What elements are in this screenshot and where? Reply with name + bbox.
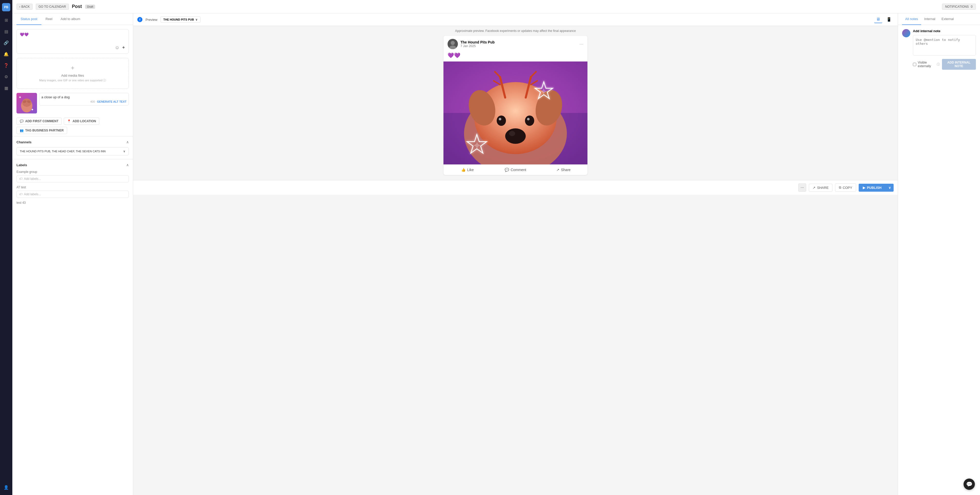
preview-bottom-bar: ··· ↗ SHARE ⧉ COPY ▶ PUBLISH ∨	[133, 180, 898, 195]
alt-text-content: a close up of a dog	[41, 95, 126, 99]
label-group-name-2: test 43	[16, 201, 129, 204]
post-text: 💜💜	[20, 32, 126, 43]
fb-more-options-icon[interactable]: ···	[579, 42, 583, 47]
svg-point-17	[505, 128, 526, 144]
link-icon[interactable]: 🔗	[2, 38, 11, 47]
tab-add-to-album[interactable]: Add to album	[57, 13, 84, 25]
bell-icon[interactable]: 🔔	[2, 50, 11, 59]
copy-button[interactable]: ⧉ COPY	[835, 184, 856, 192]
channel-dropdown[interactable]: THE HOUND PITS PUB, THE HEAD CHEF, THE S…	[16, 147, 129, 155]
notes-tabs: All notes Internal External	[898, 13, 980, 25]
logo[interactable]: PB	[2, 3, 10, 11]
svg-point-21	[499, 118, 501, 120]
post-editor[interactable]: 💜💜 ☺ ✦	[16, 29, 129, 54]
label-input-0[interactable]: 🏷 Add labels...	[16, 175, 129, 182]
labels-header[interactable]: Labels ∧	[16, 163, 129, 167]
tab-status-post[interactable]: Status post	[16, 13, 41, 25]
label-group-example: Example group 🏷 Add labels...	[16, 170, 129, 182]
preview-label: Preview	[145, 18, 158, 22]
preview-notice: Approximate preview. Facebook experiment…	[133, 26, 898, 36]
more-options-button[interactable]: ···	[798, 184, 806, 192]
info-icon: ⓘ	[103, 79, 106, 82]
copy-icon: ⧉	[839, 185, 841, 190]
notes-panel: All notes Internal External Add internal…	[898, 13, 980, 495]
tab-reel[interactable]: Reel	[41, 13, 57, 25]
post-action-buttons: 💬 ADD FIRST COMMENT 📍 ADD LOCATION 👥 TAG…	[16, 118, 129, 134]
svg-text:✦: ✦	[19, 95, 22, 99]
emoji-button[interactable]: ☺	[115, 45, 119, 50]
facebook-icon: f	[137, 17, 142, 22]
svg-text:✦: ✦	[31, 107, 34, 112]
settings-icon[interactable]: ⚙	[2, 72, 11, 81]
mobile-icon[interactable]: 📱	[885, 16, 894, 23]
svg-point-18	[509, 131, 515, 136]
image-alt-row: ✦ ✦ a close up of a dog 400 GENERATE ALT…	[16, 93, 129, 113]
add-internal-note-button[interactable]: ADD INTERNAL NOTE	[942, 59, 976, 70]
visible-externally-checkbox[interactable]	[913, 63, 916, 66]
sidebar-toggle-icon[interactable]: ▤	[2, 27, 11, 36]
tab-external-notes[interactable]: External	[939, 13, 957, 25]
svg-point-22	[527, 118, 530, 120]
fb-account-name: The Hound Pits Pub	[460, 40, 577, 44]
channels-section: Channels ∧ THE HOUND PITS PUB, THE HEAD …	[12, 136, 133, 159]
add-first-comment-button[interactable]: 💬 ADD FIRST COMMENT	[16, 118, 62, 125]
comment-bubble-icon: 💬	[505, 168, 509, 172]
publish-button[interactable]: ▶ PUBLISH ∨	[859, 184, 894, 192]
publish-arrow-icon: ▶	[863, 186, 865, 190]
fb-comment-button[interactable]: 💬 Comment	[492, 166, 539, 174]
label-tag-icon-0: 🏷	[19, 177, 22, 180]
partner-icon: 👥	[20, 129, 24, 132]
back-button[interactable]: ‹ BACK	[16, 3, 33, 10]
account-chevron-icon: ∨	[196, 18, 198, 21]
desktop-icon[interactable]: 🖥	[874, 16, 882, 23]
fb-post-date: 7 Jan 2025	[460, 44, 577, 48]
svg-point-20	[525, 115, 534, 126]
notifications-button[interactable]: NOTIFICATIONS 0	[942, 3, 976, 10]
alt-text-area: a close up of a dog 400 GENERATE ALT TEX…	[39, 93, 129, 105]
account-selector[interactable]: THE HOUND PITS PUB ∨	[161, 16, 200, 22]
char-count: 400	[90, 100, 95, 103]
channels-title: Channels	[16, 140, 32, 144]
svg-point-8	[451, 41, 455, 45]
tab-internal-notes[interactable]: Internal	[921, 13, 939, 25]
chat-bubble-button[interactable]: 💬	[964, 479, 975, 490]
grid2-icon[interactable]: ▦	[2, 83, 11, 93]
channels-header[interactable]: Channels ∧	[16, 140, 129, 144]
svg-text:✦: ✦	[472, 139, 482, 152]
tab-all-notes[interactable]: All notes	[902, 13, 921, 25]
svg-text:✦: ✦	[539, 86, 548, 97]
dropdown-chevron-icon: ∨	[123, 150, 126, 153]
note-textarea[interactable]	[913, 35, 976, 56]
topbar: ‹ BACK GO TO CALENDAR Post Draft NOTIFIC…	[12, 0, 980, 13]
help-icon[interactable]: ❓	[2, 61, 11, 70]
tag-business-partner-button[interactable]: 👥 TAG BUSINESS PARTNER	[16, 127, 67, 134]
fb-post-header: The Hound Pits Pub 7 Jan 2025 ···	[444, 36, 587, 52]
fb-like-button[interactable]: 👍 Like	[444, 166, 492, 174]
generate-alt-button[interactable]: GENERATE ALT TEXT	[97, 100, 126, 103]
visible-info-icon: ⓘ	[937, 62, 940, 67]
add-note-row: Add internal note Visible externally ⓘ A…	[902, 29, 976, 70]
fb-post-actions: 👍 Like 💬 Comment ↗ Share	[444, 164, 587, 175]
publish-caret-icon[interactable]: ∨	[886, 184, 894, 192]
label-group-name-1: AT test	[16, 185, 129, 189]
visible-externally-option[interactable]: Visible externally ⓘ	[913, 61, 940, 68]
thumbs-up-icon: 👍	[461, 168, 466, 172]
grid-icon[interactable]: ⊞	[2, 16, 11, 25]
chat-icon: 💬	[966, 481, 972, 487]
calendar-button[interactable]: GO TO CALENDAR	[36, 3, 69, 10]
media-upload-area[interactable]: + Add media files Many images, one GIF o…	[16, 58, 129, 89]
note-user-avatar	[902, 29, 910, 37]
label-input-1[interactable]: 🏷 Add labels...	[16, 191, 129, 198]
notes-content: Add internal note Visible externally ⓘ A…	[898, 25, 980, 495]
fb-share-button[interactable]: ↗ Share	[539, 166, 587, 174]
device-icons: 🖥 📱	[874, 16, 894, 23]
user-icon[interactable]: 👤	[2, 483, 11, 492]
main-container: ‹ BACK GO TO CALENDAR Post Draft NOTIFIC…	[12, 0, 980, 495]
share-button[interactable]: ↗ SHARE	[809, 184, 832, 192]
upload-label: Add media files	[23, 73, 123, 77]
magic-button[interactable]: ✦	[122, 45, 126, 50]
draft-badge: Draft	[85, 5, 95, 9]
share-arrow-icon: ↗	[556, 168, 559, 172]
add-location-button[interactable]: 📍 ADD LOCATION	[64, 118, 99, 125]
preview-area: f Preview THE HOUND PITS PUB ∨ 🖥 📱 Appro…	[133, 13, 898, 495]
